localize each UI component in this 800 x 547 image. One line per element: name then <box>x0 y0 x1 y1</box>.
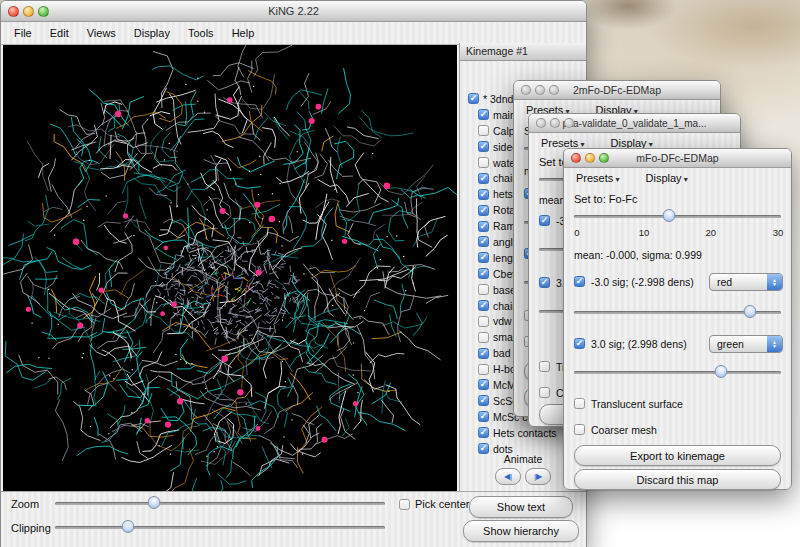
sidebar-item-checkbox[interactable] <box>478 268 489 279</box>
zoom-button[interactable] <box>599 153 609 163</box>
animate-next-button[interactable]: |▶ <box>525 468 551 485</box>
show-hierarchy-button[interactable]: Show hierarchy <box>463 520 579 542</box>
translucent-label: Translucent surface <box>591 398 683 410</box>
translucent-checkbox[interactable] <box>574 398 585 409</box>
level-slider[interactable] <box>574 209 781 223</box>
sidebar-item-checkbox[interactable] <box>478 379 489 390</box>
sidebar-item-checkbox[interactable] <box>478 109 489 120</box>
pos-slider-thumb[interactable] <box>714 365 727 378</box>
tick-label: 20 <box>706 227 717 238</box>
clipping-slider-thumb[interactable] <box>121 520 134 533</box>
zoom-button[interactable] <box>564 118 574 128</box>
animate-prev-button[interactable]: ◀| <box>495 468 521 485</box>
sidebar-item-checkbox[interactable] <box>478 300 489 311</box>
neg-contour-label: -3.0 sig; (-2.998 dens) <box>591 276 694 288</box>
sidebar-item-checkbox[interactable] <box>478 205 489 216</box>
minimize-button[interactable] <box>550 118 560 128</box>
neg-contour-checkbox[interactable] <box>539 215 550 226</box>
display-menu[interactable]: Display <box>646 172 688 184</box>
edmap-back-titlebar[interactable]: 2mFo-DFc-EDMap <box>514 81 720 100</box>
king-window: KiNG 2.22 File Edit Views Display Tools … <box>0 0 587 547</box>
pos-contour-checkbox[interactable] <box>539 277 550 288</box>
pos-color-value: green <box>717 338 744 350</box>
discard-map-button[interactable]: Discard this map <box>574 469 781 490</box>
zoom-button[interactable] <box>549 85 559 95</box>
pos-slider-track[interactable] <box>574 371 781 374</box>
dropdown-arrows-icon <box>767 336 782 352</box>
sidebar-item-checkbox[interactable] <box>478 157 489 168</box>
molecular-viewport[interactable] <box>3 45 457 491</box>
close-button[interactable] <box>521 85 531 95</box>
set-to-label: Set to: Fo-Fc <box>574 193 638 205</box>
sidebar-item-checkbox[interactable] <box>478 316 489 327</box>
clipping-slider-track[interactable] <box>55 526 385 529</box>
presets-menu[interactable]: Presets <box>576 172 620 184</box>
sidebar-item-checkbox[interactable] <box>468 93 479 104</box>
sidebar-item-checkbox[interactable] <box>478 332 489 343</box>
minimize-button[interactable] <box>535 85 545 95</box>
menu-file[interactable]: File <box>5 22 41 44</box>
menu-edit[interactable]: Edit <box>41 22 78 44</box>
close-button[interactable] <box>571 153 581 163</box>
sidebar-item-checkbox[interactable] <box>478 141 489 152</box>
sidebar-item-label: * 3dnd <box>483 93 513 105</box>
sidebar-item-checkbox[interactable] <box>478 395 489 406</box>
close-button[interactable] <box>536 118 546 128</box>
minimize-button[interactable] <box>23 6 34 17</box>
window-title: 2mFo-DFc-EDMap <box>573 84 661 96</box>
king-titlebar[interactable]: KiNG 2.22 <box>1 1 586 22</box>
pos-level-slider[interactable] <box>574 365 781 379</box>
zoom-slider-track[interactable] <box>55 502 385 505</box>
coarser-checkbox[interactable] <box>539 387 550 398</box>
menu-views[interactable]: Views <box>78 22 125 44</box>
clipping-slider[interactable] <box>55 520 385 534</box>
level-slider-track[interactable] <box>574 215 781 218</box>
edmap-front-titlebar[interactable]: mFo-DFc-EDMap <box>564 149 791 168</box>
palette-menubar: Presets Display <box>564 168 791 188</box>
level-slider-thumb[interactable] <box>663 209 676 222</box>
sidebar-item-checkbox[interactable] <box>478 173 489 184</box>
neg-slider-thumb[interactable] <box>743 305 756 318</box>
menu-tools[interactable]: Tools <box>179 22 223 44</box>
sidebar-item-label: Hets contacts <box>493 427 557 439</box>
neg-color-value: red <box>717 276 732 288</box>
neg-level-slider[interactable] <box>574 305 781 319</box>
sidebar-item-checkbox[interactable] <box>478 236 489 247</box>
pick-center-checkbox[interactable] <box>399 499 410 510</box>
sidebar-item-checkbox[interactable] <box>478 364 489 375</box>
pos-contour-checkbox[interactable] <box>574 338 585 349</box>
window-controls <box>8 1 49 21</box>
sidebar-item-checkbox[interactable] <box>478 252 489 263</box>
show-text-button[interactable]: Show text <box>469 496 573 518</box>
sidebar-item-checkbox[interactable] <box>478 221 489 232</box>
window-title: mFo-DFc-EDMap <box>636 152 718 164</box>
sidebar-item-checkbox[interactable] <box>478 348 489 359</box>
sidebar-item-checkbox[interactable] <box>478 427 489 438</box>
edmap-window-front: mFo-DFc-EDMap Presets Display Set to: Fo… <box>563 148 792 490</box>
pick-center-option[interactable]: Pick center <box>399 498 469 510</box>
minimize-button[interactable] <box>585 153 595 163</box>
neg-contour-checkbox[interactable] <box>574 276 585 287</box>
sidebar-item-checkbox[interactable] <box>478 125 489 136</box>
sidebar-item-checkbox[interactable] <box>478 411 489 422</box>
export-to-kinemage-button[interactable]: Export to kinemage <box>574 445 781 466</box>
kinemage-panel-header: Kinemage #1 <box>460 43 586 61</box>
zoom-slider[interactable] <box>55 496 385 510</box>
pos-contour-row: 3.0 sig; (2.998 dens) green <box>574 335 783 353</box>
menu-help[interactable]: Help <box>223 22 264 44</box>
pos-color-dropdown[interactable]: green <box>709 335 783 353</box>
close-button[interactable] <box>8 6 19 17</box>
pick-center-label: Pick center <box>415 498 469 510</box>
dropdown-arrows-icon <box>767 274 782 290</box>
neg-color-dropdown[interactable]: red <box>709 273 783 291</box>
sidebar-item-checkbox[interactable] <box>478 284 489 295</box>
tick-label: 10 <box>639 227 650 238</box>
menu-display[interactable]: Display <box>125 22 179 44</box>
sidebar-item-checkbox[interactable] <box>478 189 489 200</box>
translucent-checkbox[interactable] <box>539 361 550 372</box>
zoom-button[interactable] <box>38 6 49 17</box>
zoom-slider-thumb[interactable] <box>148 496 161 509</box>
edmap-middle-titlebar[interactable]: pka-validate_0_validate_1_ma... <box>529 114 740 133</box>
coarser-checkbox[interactable] <box>574 424 585 435</box>
desktop-wallpaper: KiNG 2.22 File Edit Views Display Tools … <box>0 0 800 547</box>
